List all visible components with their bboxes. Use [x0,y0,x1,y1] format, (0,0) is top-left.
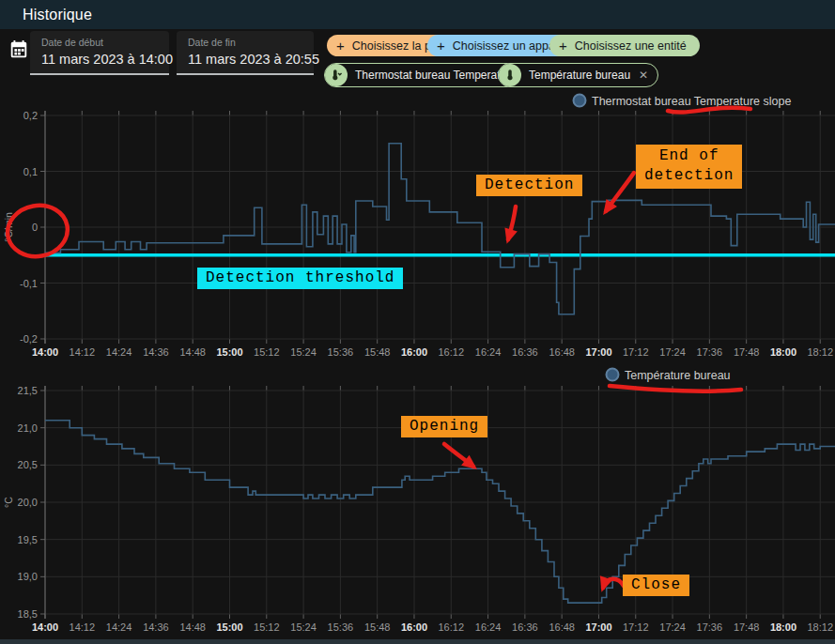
x-axis-label: 17:36 [697,621,723,633]
x-axis-label: 14:48 [179,346,206,358]
y-axis-label: 21,0 [18,422,38,434]
x-axis-label: 15:24 [290,346,317,358]
x-axis-label: 16:12 [439,346,465,358]
x-axis-label: 17:48 [734,621,760,633]
history-chart-top-legend-item[interactable]: Thermostat bureau Temperature slope [574,95,792,108]
x-axis-label: 14:00 [32,621,58,633]
x-axis-label: 17:24 [659,621,686,633]
x-axis-label: 15:48 [364,621,391,633]
detection-threshold-annotation: Detection threshold [197,268,403,289]
x-axis-label: 14:48 [179,621,206,633]
history-chart-bottom[interactable]: 14:0014:1214:2414:3614:4815:0015:1215:24… [3,369,835,634]
x-axis-label: 15:12 [254,346,280,358]
x-axis-label: 15:00 [216,346,242,358]
legend-label: Température bureau [625,369,731,382]
end-of-detection-line1: End of [659,147,719,164]
x-axis-label: 14:24 [106,346,132,358]
y-axis-label: 20,0 [18,497,38,508]
y-axis-label: 0,1 [23,166,38,177]
history-chart-bottom-legend-item[interactable]: Température bureau [607,369,731,382]
y-axis-label: 18,5 [18,608,38,620]
y-axis-unit: °C [3,497,14,508]
close-annotation: Close [623,575,689,596]
x-axis-label: 16:24 [475,346,502,358]
history-charts: 14:0014:1214:2414:3614:4815:0015:1215:24… [0,0,835,644]
x-axis-label: 17:00 [585,621,611,633]
x-axis-label: 16:00 [401,346,427,358]
x-axis-label: 16:12 [439,621,465,633]
x-axis-label: 14:00 [32,346,58,358]
end-of-detection-annotation: End ofdetection [636,145,742,189]
y-axis-label: -0,2 [20,333,38,345]
y-axis-label: 21,5 [18,385,38,396]
y-axis-label: 20,5 [18,459,38,470]
legend-dot-icon [607,369,619,381]
x-axis-label: 15:24 [290,621,317,633]
x-axis-label: 14:24 [106,621,132,633]
x-axis-label: 16:36 [512,621,538,633]
detection-annotation: Detection [476,175,582,196]
x-axis-label: 17:12 [623,621,649,633]
history-chart-top[interactable]: 14:0014:1214:2414:3614:4815:0015:1215:24… [3,95,835,359]
x-axis-label: 14:12 [70,346,96,358]
bottom-card-edge [0,639,835,644]
x-axis-label: 17:36 [697,346,723,358]
x-axis-label: 16:24 [475,621,502,633]
x-axis-label: 15:36 [328,621,354,633]
y-axis-label: 0,2 [23,110,38,121]
x-axis-label: 15:12 [254,621,280,633]
x-axis-label: 15:00 [216,621,242,633]
x-axis-label: 16:48 [549,346,575,358]
x-axis-label: 14:36 [143,346,169,358]
x-axis-label: 16:36 [512,346,538,358]
x-axis-label: 14:12 [70,621,96,633]
legend-dot-icon [574,95,586,107]
x-axis-label: 17:00 [585,346,611,358]
history-page: Historique Date de début 11 mars 2023 à … [0,0,835,644]
x-axis-label: 18:12 [807,346,833,358]
x-axis-label: 15:48 [364,346,391,358]
y-axis-label: 19,5 [18,534,38,545]
x-axis-label: 16:48 [549,621,575,633]
y-axis-label: -0,1 [20,278,38,289]
x-axis-label: 15:36 [328,346,354,358]
x-axis-label: 17:12 [623,346,649,358]
legend-label: Thermostat bureau Temperature slope [592,95,791,108]
y-axis-unit: °C/min [3,212,14,242]
series-line [45,421,835,603]
y-axis-label: 19,0 [18,571,38,582]
x-axis-label: 17:48 [734,346,760,358]
end-of-detection-line2: detection [644,167,734,184]
y-axis-label: 0 [32,222,38,233]
opening-annotation: Opening [401,416,487,437]
x-axis-label: 17:24 [659,346,686,358]
x-axis-label: 18:00 [770,621,796,633]
x-axis-label: 14:36 [143,621,169,633]
x-axis-label: 18:12 [807,621,833,633]
x-axis-label: 16:00 [401,621,427,633]
x-axis-label: 18:00 [770,346,796,358]
